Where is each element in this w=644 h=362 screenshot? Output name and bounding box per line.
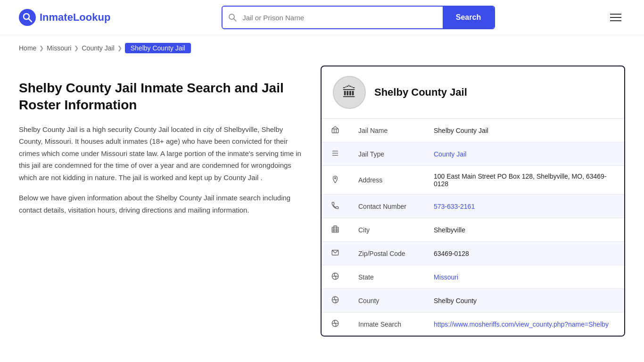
- breadcrumb-sep-2: ❯: [74, 45, 79, 51]
- svg-rect-9: [332, 227, 339, 232]
- svg-rect-4: [332, 129, 339, 133]
- header: InmateLookup Search: [0, 0, 644, 35]
- field-value[interactable]: County Jail: [424, 142, 624, 166]
- field-value: Shelby County Jail: [424, 119, 624, 142]
- jail-card-header: 🏛 Shelby County Jail: [322, 66, 624, 119]
- city-icon: [322, 218, 349, 242]
- list-icon: [322, 142, 349, 166]
- county-icon: [322, 289, 349, 313]
- breadcrumb-home[interactable]: Home: [19, 44, 36, 52]
- field-label: Jail Type: [349, 142, 424, 166]
- field-link[interactable]: 573-633-2161: [434, 203, 475, 210]
- field-label: State: [349, 265, 424, 289]
- search-globe-icon: [322, 313, 349, 336]
- search-bar: Search: [222, 6, 495, 29]
- page-title: Shelby County Jail Inmate Search and Jai…: [19, 80, 302, 114]
- table-row: Jail NameShelby County Jail: [322, 119, 624, 142]
- breadcrumb-sep-3: ❯: [117, 45, 122, 51]
- table-row: Zip/Postal Code63469-0128: [322, 242, 624, 265]
- field-value: Shelby County: [424, 289, 624, 313]
- jail-avatar: 🏛: [333, 76, 366, 109]
- table-row: Inmate Searchhttps://www.mosheriffs.com/…: [322, 313, 624, 336]
- field-label: County: [349, 289, 424, 313]
- jail-card-title: Shelby County Jail: [374, 86, 467, 99]
- breadcrumb-county-jail[interactable]: County Jail: [82, 44, 114, 52]
- search-button[interactable]: Search: [443, 7, 494, 28]
- field-link[interactable]: County Jail: [434, 150, 466, 158]
- field-label: City: [349, 218, 424, 242]
- logo-icon: [19, 9, 36, 26]
- field-value: Shelbyville: [424, 218, 624, 242]
- zip-icon: [322, 242, 349, 265]
- jail-icon: [322, 119, 349, 142]
- table-row: Address100 East Main Street PO Box 128, …: [322, 166, 624, 195]
- field-value: 100 East Main Street PO Box 128, Shelbyv…: [424, 166, 624, 195]
- field-label: Inmate Search: [349, 313, 424, 336]
- phone-icon: [322, 195, 349, 218]
- breadcrumb: Home ❯ Missouri ❯ County Jail ❯ Shelby C…: [0, 35, 644, 61]
- logo[interactable]: InmateLookup: [19, 9, 110, 26]
- table-row: CityShelbyville: [322, 218, 624, 242]
- jail-info-table: Jail NameShelby County JailJail TypeCoun…: [322, 119, 624, 336]
- field-value[interactable]: https://www.mosheriffs.com/view_county.p…: [424, 313, 624, 336]
- pin-icon: [322, 166, 349, 195]
- globe-icon: [322, 265, 349, 289]
- field-value[interactable]: 573-633-2161: [424, 195, 624, 218]
- breadcrumb-missouri[interactable]: Missouri: [47, 44, 71, 52]
- table-row: StateMissouri: [322, 265, 624, 289]
- breadcrumb-sep-1: ❯: [39, 45, 44, 51]
- search-bar-icon: [223, 7, 242, 28]
- logo-text: InmateLookup: [40, 11, 110, 24]
- right-column: 🏛 Shelby County Jail Jail NameShelby Cou…: [321, 61, 625, 337]
- field-label: Address: [349, 166, 424, 195]
- page-description-1: Shelby County Jail is a high security Co…: [19, 123, 302, 184]
- hamburger-line-3: [610, 20, 621, 21]
- field-label: Zip/Postal Code: [349, 242, 424, 265]
- breadcrumb-current: Shelby County Jail: [125, 43, 191, 53]
- field-link[interactable]: Missouri: [434, 273, 458, 281]
- field-value[interactable]: Missouri: [424, 265, 624, 289]
- jail-info-card: 🏛 Shelby County Jail Jail NameShelby Cou…: [321, 66, 625, 337]
- field-value: 63469-0128: [424, 242, 624, 265]
- svg-line-3: [234, 19, 236, 21]
- search-input[interactable]: [242, 9, 443, 26]
- page-description-2: Below we have given information about th…: [19, 192, 302, 216]
- left-column: Shelby County Jail Inmate Search and Jai…: [19, 61, 321, 337]
- main-content: Shelby County Jail Inmate Search and Jai…: [0, 61, 644, 355]
- hamburger-line-1: [610, 14, 621, 15]
- hamburger-line-2: [610, 17, 621, 18]
- svg-point-8: [335, 177, 336, 179]
- table-row: Jail TypeCounty Jail: [322, 142, 624, 166]
- svg-line-1: [29, 19, 32, 22]
- menu-button[interactable]: [606, 10, 625, 25]
- field-label: Contact Number: [349, 195, 424, 218]
- table-row: CountyShelby County: [322, 289, 624, 313]
- table-row: Contact Number573-633-2161: [322, 195, 624, 218]
- field-link[interactable]: https://www.mosheriffs.com/view_county.p…: [434, 321, 609, 328]
- field-label: Jail Name: [349, 119, 424, 142]
